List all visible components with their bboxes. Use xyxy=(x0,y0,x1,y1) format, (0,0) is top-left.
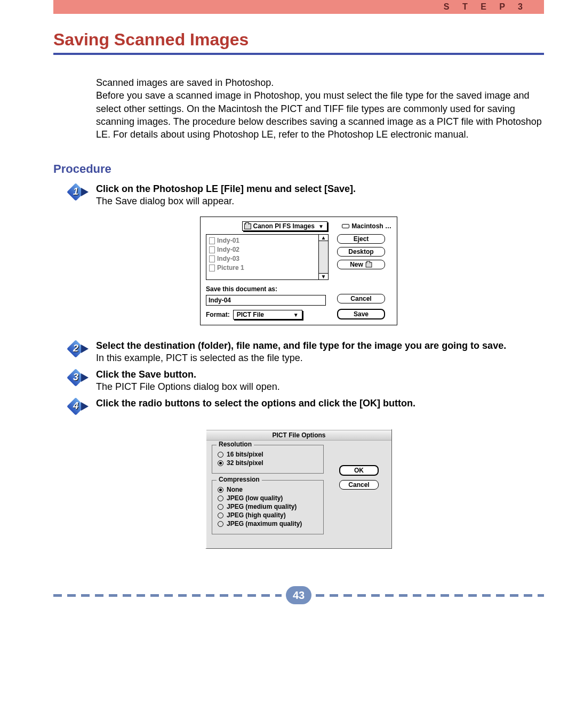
resolution-16-radio[interactable]: 16 bits/pixel xyxy=(218,451,318,458)
step-header: S T E P 3 xyxy=(53,0,544,14)
list-item[interactable]: Indy-01 xyxy=(209,236,316,245)
list-item[interactable]: Picture 1 xyxy=(209,263,316,273)
step-1-title: Click on the Photoshop LE [File] menu an… xyxy=(96,183,544,195)
step-1: 1 Click on the Photoshop LE [File] menu … xyxy=(53,183,544,207)
cancel-button[interactable]: Cancel xyxy=(337,294,385,303)
desktop-button[interactable]: Desktop xyxy=(337,247,385,257)
cancel-button[interactable]: Cancel xyxy=(339,480,379,490)
step-4-title: Click the radio buttons to select the op… xyxy=(96,398,544,409)
step-3-number: 3 xyxy=(69,369,82,385)
compression-group: Compression None JPEG (low quality) JPEG… xyxy=(212,480,324,534)
radio-icon xyxy=(218,487,223,493)
filename-input[interactable]: Indy-04 xyxy=(206,295,326,306)
footer-dash-line xyxy=(53,594,282,597)
page-title: Saving Scanned Images xyxy=(53,30,544,50)
drive-label[interactable]: Macintosh … xyxy=(342,222,391,230)
footer-dash-line xyxy=(316,594,544,597)
save-button[interactable]: Save xyxy=(337,309,385,319)
document-icon xyxy=(209,237,215,244)
folder-icon xyxy=(365,262,372,268)
step-label: S T E P 3 xyxy=(444,2,528,12)
compression-none-radio[interactable]: None xyxy=(218,486,318,493)
step-marker-1: 1 xyxy=(69,183,96,205)
scrollbar[interactable]: ▲ ▼ xyxy=(318,235,328,279)
resolution-32-radio[interactable]: 32 bits/pixel xyxy=(218,459,318,467)
format-dropdown[interactable]: PICT File ▼ xyxy=(233,310,302,319)
new-button-label: New xyxy=(350,261,363,268)
step-3: 3 Click the Save button. The PICT File O… xyxy=(53,369,544,393)
step-3-title: Click the Save button. xyxy=(96,369,544,380)
step-marker-4: 4 xyxy=(69,398,96,419)
file-list: Indy-01 Indy-02 Indy-03 Picture 1 ▲ ▼ xyxy=(206,234,329,280)
drive-name: Macintosh … xyxy=(351,222,391,230)
intro-paragraph: Scanned images are saved in Photoshop. B… xyxy=(96,76,544,141)
save-as-label: Save this document as: xyxy=(206,285,329,293)
scroll-down-icon[interactable]: ▼ xyxy=(319,273,328,279)
radio-icon xyxy=(218,460,223,466)
step-marker-2: 2 xyxy=(69,340,96,362)
save-dialog: Canon PI FS Images ▼ Macintosh … Indy-01… xyxy=(200,217,397,325)
radio-icon xyxy=(218,495,223,501)
folder-dropdown-label: Canon PI FS Images xyxy=(253,222,315,230)
resolution-legend: Resolution xyxy=(217,441,254,448)
compression-jpeg-max-radio[interactable]: JPEG (maximum quality) xyxy=(218,520,318,527)
title-rule xyxy=(53,53,544,55)
new-folder-button[interactable]: New xyxy=(337,260,385,269)
radio-icon xyxy=(218,504,223,510)
step-4-number: 4 xyxy=(69,398,82,414)
step-2: 2 Select the destination (folder), file … xyxy=(53,340,544,364)
page-footer: 43 xyxy=(53,586,544,604)
step-1-number: 1 xyxy=(69,183,82,199)
step-2-body: In this example, PICT is selected as the… xyxy=(96,353,544,364)
disk-icon xyxy=(342,224,349,228)
compression-legend: Compression xyxy=(217,476,262,483)
folder-icon xyxy=(244,223,251,229)
chevron-down-icon: ▼ xyxy=(293,312,299,318)
document-icon xyxy=(209,255,215,262)
list-item[interactable]: Indy-03 xyxy=(209,254,316,263)
step-2-title: Select the destination (folder), file na… xyxy=(96,340,544,351)
list-item[interactable]: Indy-02 xyxy=(209,245,316,254)
pict-dialog-title: PICT File Options xyxy=(206,430,391,441)
document-icon xyxy=(209,265,215,271)
eject-button[interactable]: Eject xyxy=(337,234,385,244)
chevron-down-icon: ▼ xyxy=(318,223,324,229)
page-number: 43 xyxy=(286,586,311,604)
step-3-body: The PICT File Options dialog box will op… xyxy=(96,381,544,393)
format-value: PICT File xyxy=(237,311,264,318)
compression-jpeg-low-radio[interactable]: JPEG (low quality) xyxy=(218,494,318,502)
format-label: Format: xyxy=(206,311,230,318)
resolution-group: Resolution 16 bits/pixel 32 bits/pixel xyxy=(212,445,324,474)
folder-dropdown[interactable]: Canon PI FS Images ▼ xyxy=(242,221,327,231)
document-icon xyxy=(209,246,215,253)
compression-jpeg-high-radio[interactable]: JPEG (high quality) xyxy=(218,511,318,519)
pict-options-dialog: PICT File Options Resolution 16 bits/pix… xyxy=(205,429,392,549)
step-marker-3: 3 xyxy=(69,369,96,390)
radio-icon xyxy=(218,452,223,458)
radio-icon xyxy=(218,521,223,527)
procedure-heading: Procedure xyxy=(53,162,544,176)
ok-button[interactable]: OK xyxy=(339,465,379,476)
step-4: 4 Click the radio buttons to select the … xyxy=(53,398,544,419)
step-1-body: The Save dialog box will appear. xyxy=(96,196,544,207)
scroll-up-icon[interactable]: ▲ xyxy=(319,235,328,241)
step-2-number: 2 xyxy=(69,340,82,356)
radio-icon xyxy=(218,513,223,518)
compression-jpeg-medium-radio[interactable]: JPEG (medium quality) xyxy=(218,503,318,510)
